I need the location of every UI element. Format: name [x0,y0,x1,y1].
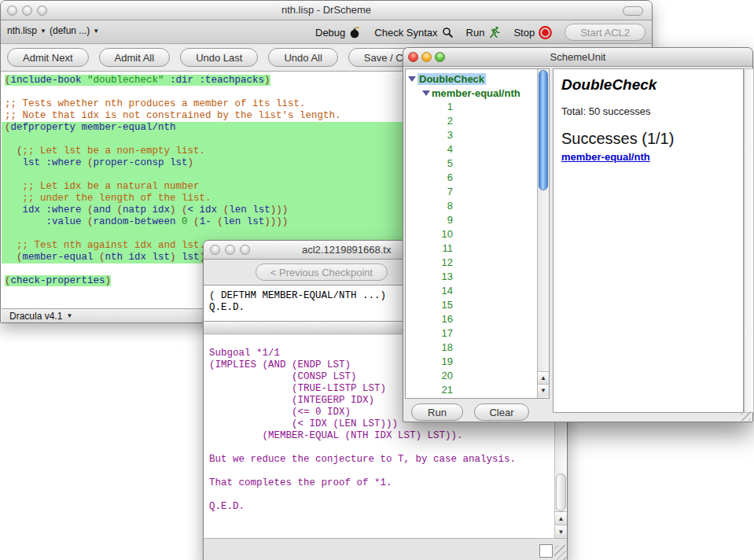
tree-case-label: 11 [432,241,453,256]
stop-button[interactable]: Stop [513,26,552,39]
debug-button[interactable]: Debug [315,26,362,39]
code-line-text: (defproperty member-equal/nth [5,122,176,133]
tree-child-label: member-equal/nth [432,87,520,99]
tree-item-doublecheck[interactable]: DoubleCheck [406,72,549,86]
minimize-button[interactable] [421,52,432,62]
minimize-button[interactable] [225,245,235,255]
code-line-text: idx :where (and (natp idx) (< idx (len l… [5,204,288,216]
tree-item-case[interactable]: 19 [406,355,549,369]
dracula-button[interactable]: Undo Last [180,48,258,67]
tree-item-case[interactable]: 7 [406,185,549,199]
file-menu[interactable]: nth.lisp ▼ [7,25,46,36]
code-line-text [5,134,11,145]
tree-item-case[interactable]: 8 [406,199,549,213]
schemeunit-window: SchemeUnit DoubleCheck member-equal/nth … [403,47,753,422]
disclosure-triangle-icon[interactable] [408,76,416,82]
zoom-button[interactable] [37,6,47,16]
dracula-button[interactable]: Admit Next [7,48,89,67]
code-line-text [5,87,11,98]
debug-label: Debug [315,27,345,39]
scroll-down-button[interactable]: ▼ [538,384,549,396]
scrollbar-thumb[interactable] [539,70,548,190]
tree-item-case[interactable]: 6 [406,171,549,185]
window-title: nth.lisp - DrScheme [1,1,652,20]
tree-item-case[interactable]: 9 [406,213,549,227]
close-button[interactable] [210,245,220,255]
detail-vertical-scrollbar[interactable] [744,68,754,413]
dracula-version-menu[interactable]: Dracula v4.1 [9,311,62,322]
defun-menu-label: (defun ...) [50,25,90,36]
tree-item-case[interactable]: 21 [406,383,549,397]
tree-item-case[interactable]: 3 [406,128,549,142]
code-line-text: ;; Let idx be a natural number [5,181,200,192]
tree-case-label: 3 [432,128,453,142]
clear-button[interactable]: Clear [474,403,529,421]
tree-cases: 123456789101112131415161718192021 [406,100,549,397]
dracula-button[interactable]: Admit All [99,48,171,67]
tree-item-case[interactable]: 15 [406,298,549,312]
zoom-button[interactable] [240,245,250,255]
scroll-up-button[interactable]: ▲ [538,371,549,384]
tree-item-case[interactable]: 13 [406,270,549,284]
proof-line [209,466,567,477]
close-button[interactable] [408,52,418,62]
resize-grip[interactable] [741,411,751,421]
tree-item-case[interactable]: 12 [406,256,549,270]
tree-case-label: 1 [432,100,453,114]
detail-heading: DoubleCheck [561,76,743,94]
tree-case-label: 6 [432,171,453,185]
code-line-text: (member-equal (nth idx lst) lst)) [5,252,211,263]
box-indicator[interactable] [539,544,553,558]
tree-case-label: 14 [432,284,453,298]
acl2-bottom-panel [204,538,567,560]
tree-item-case[interactable]: 11 [406,241,549,256]
tree-item-case[interactable]: 2 [406,114,549,128]
tree-vertical-scrollbar[interactable]: ▲ ▼ [537,69,549,398]
tree-item-case[interactable]: 20 [406,369,549,383]
tree-case-label: 13 [432,270,453,284]
zoom-button[interactable] [435,52,445,62]
tree-case-label: 15 [432,298,453,312]
magnifier-icon [442,27,454,39]
tree-case-label: 5 [432,157,453,171]
resize-grip[interactable] [554,545,566,560]
run-tests-button[interactable]: Run [411,403,463,421]
bomb-icon [349,26,362,39]
dracula-button[interactable]: Undo All [268,48,337,67]
runner-icon [488,26,501,39]
start-acl2-button[interactable]: Start ACL2 [565,24,645,41]
test-tree-panel: DoubleCheck member-equal/nth 12345678910… [405,68,550,399]
member-equal-nth-link[interactable]: member-equal/nth [561,151,743,163]
scrollbar-thumb[interactable] [556,473,566,511]
disclosure-triangle-icon[interactable] [422,90,430,96]
previous-checkpoint-button[interactable]: < Previous Checkpoint [256,263,388,281]
tree-item-case[interactable]: 4 [406,142,549,157]
tree-item-case[interactable]: 5 [406,157,549,171]
tree-item-case[interactable]: 14 [406,284,549,298]
file-menu-label: nth.lisp [7,25,37,36]
minimize-button[interactable] [22,6,32,16]
defun-menu[interactable]: (defun ...) ▼ [50,25,99,36]
desktop: { "drscheme": { "title": "nth.lisp - DrS… [0,0,754,560]
tree-item-case[interactable]: 18 [406,341,549,355]
run-button[interactable]: Run [466,26,502,39]
check-syntax-label: Check Syntax [374,27,437,39]
check-syntax-button[interactable]: Check Syntax [374,27,453,39]
schemeunit-buttons: Run Clear [411,403,529,421]
window-controls [7,6,47,16]
tree-item-member-equal-nth[interactable]: member-equal/nth [406,86,549,100]
tree-item-case[interactable]: 16 [406,312,549,326]
close-button[interactable] [7,6,17,16]
tree-item-case[interactable]: 10 [406,227,549,241]
tree-root-label: DoubleCheck [417,73,486,85]
chevron-down-icon: ▼ [66,312,72,319]
scroll-down-button[interactable]: ▼ [555,525,567,538]
toolbar-toggle-pill[interactable] [623,6,643,16]
tree-case-label: 8 [432,199,453,213]
tree-case-label: 16 [432,312,453,326]
tree-item-case[interactable]: 1 [406,100,549,114]
scroll-up-button[interactable]: ▲ [555,511,567,525]
tree-item-case[interactable]: 17 [406,326,549,341]
proof-line: But we reduce the conjecture to T, by ca… [209,454,567,466]
test-detail-panel: DoubleCheck Total: 50 successes Successe… [553,68,744,413]
